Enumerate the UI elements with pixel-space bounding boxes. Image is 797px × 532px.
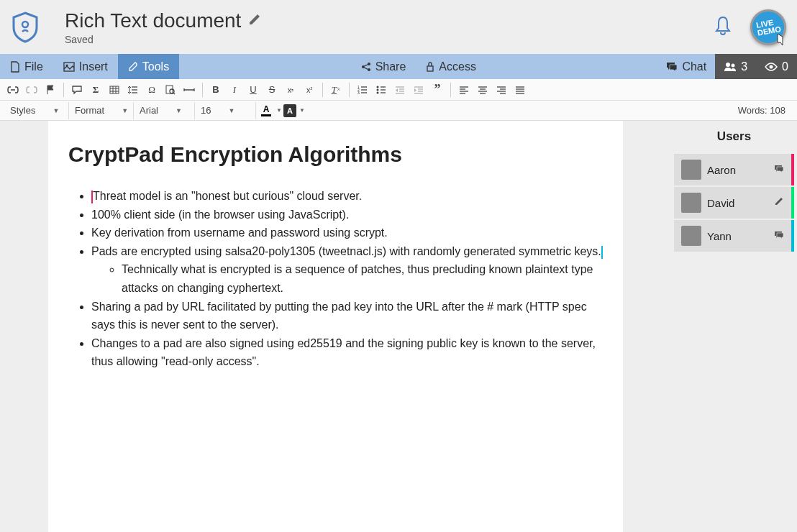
document-canvas[interactable]: CryptPad Encryption Algorithms Threat mo… [0,121,671,532]
pencil-icon[interactable] [248,13,261,29]
menu-access[interactable]: Access [416,54,486,79]
unlink-icon[interactable] [23,82,40,98]
list-item: Technically what is encrypted is a seque… [122,260,603,297]
user-row[interactable]: David [674,187,794,219]
menu-share[interactable]: Share [351,54,416,79]
svg-point-10 [732,63,735,67]
save-status: Saved [65,34,714,45]
style-toolbar: Styles▼ Format▼ Arial▼ 16▼ A ▼ A ▼ Words… [0,101,797,121]
indent-icon[interactable] [410,82,427,98]
list-item: Key derivation from username and passwor… [91,224,603,242]
notifications-icon[interactable] [714,15,732,40]
avatar [681,226,701,246]
format-select[interactable]: Format▼ [69,102,134,119]
menu-file-label: File [24,60,43,73]
menu-chat[interactable]: Chat [657,60,715,73]
svg-line-6 [364,64,368,66]
bullet-list: Threat model is an "honest but curious" … [68,187,603,371]
document-page[interactable]: CryptPad Encryption Algorithms Threat mo… [48,121,623,532]
align-left-icon[interactable] [455,82,473,98]
document-heading: CryptPad Encryption Algorithms [68,142,603,167]
users-panel: Users AaronDavidYann [671,121,797,532]
omega-icon[interactable]: Ω [143,82,160,98]
align-justify-icon[interactable] [511,82,529,98]
menu-access-label: Access [439,60,476,73]
document-title[interactable]: Rich Text document [65,9,241,32]
menu-file[interactable]: File [0,54,53,79]
clear-formatting-icon[interactable]: T× [327,82,345,98]
svg-line-7 [364,68,368,70]
svg-point-4 [368,63,370,65]
list-item: Threat model is an "honest but curious" … [91,187,603,206]
avatar [681,160,701,180]
styles-select[interactable]: Styles▼ [4,102,69,119]
bold-icon[interactable]: B [207,82,224,98]
user-row[interactable]: Aaron [674,154,794,185]
blockquote-icon[interactable]: ” [429,82,446,98]
underline-icon[interactable]: U [245,82,262,98]
align-center-icon[interactable] [474,82,491,98]
ordered-list-icon[interactable]: 123 [354,82,371,98]
user-name-label: David [707,197,768,209]
italic-icon[interactable]: I [226,82,243,98]
app-logo[interactable] [11,12,40,43]
menu-chat-label: Chat [682,60,706,73]
font-select[interactable]: Arial▼ [134,102,195,119]
menubar: File Insert Tools Share Access Chat 3 0 [0,54,797,79]
svg-point-9 [726,63,730,67]
svg-point-11 [770,65,773,68]
menu-insert[interactable]: Insert [53,54,118,79]
menu-share-label: Share [375,60,406,73]
pencil-icon [774,196,784,209]
user-avatar-badge[interactable]: LIVEDEMO [750,9,786,45]
header: Rich Text document Saved LIVEDEMO [0,0,797,54]
table-icon[interactable] [106,82,123,98]
formatting-toolbar: Σ Ω B I U S x₂ x² T× 123 ” [0,79,797,101]
find-icon[interactable] [162,82,179,98]
user-row[interactable]: Yann [674,220,794,252]
user-name-label: Aaron [707,164,768,176]
svg-line-22 [173,93,175,94]
menu-tools[interactable]: Tools [118,54,179,79]
svg-point-30 [377,86,379,88]
unordered-list-icon[interactable] [373,82,390,98]
svg-point-0 [22,22,28,27]
strikethrough-icon[interactable]: S [263,82,281,98]
outdent-icon[interactable] [391,82,409,98]
menu-tools-label: Tools [142,60,169,73]
viewers-count-value: 0 [782,60,788,73]
bg-color-button[interactable]: A [283,104,296,117]
cursor-marker [601,246,603,259]
comment-icon[interactable] [68,82,86,98]
users-panel-title: Users [671,121,797,152]
subscript-icon[interactable]: x₂ [282,82,299,98]
svg-rect-8 [427,66,433,71]
users-count[interactable]: 3 [715,54,756,79]
comment-icon [774,229,784,242]
svg-point-31 [377,88,379,91]
superscript-icon[interactable]: x² [301,82,318,98]
list-item: Pads are encrypted using salsa20-poly130… [91,242,603,298]
list-item: Sharing a pad by URL facilitated by putt… [91,298,603,334]
users-count-value: 3 [741,60,747,73]
svg-text:3: 3 [357,91,360,94]
list-item: 100% client side (in the browser using J… [91,206,603,224]
text-color-button[interactable]: A [258,103,275,119]
svg-point-32 [377,91,379,93]
viewers-count[interactable]: 0 [756,54,797,79]
align-right-icon[interactable] [493,82,510,98]
link-icon[interactable] [4,82,22,98]
line-spacing-icon[interactable] [124,82,142,98]
svg-point-5 [368,68,370,71]
comment-icon [774,163,784,176]
size-select[interactable]: 16▼ [195,102,256,119]
word-count: Words: 108 [738,105,793,116]
flag-icon[interactable] [42,82,59,98]
list-item: Changes to a pad are also signed using e… [91,334,603,371]
user-name-label: Yann [707,230,768,242]
sigma-icon[interactable]: Σ [87,82,104,98]
avatar [681,193,701,213]
svg-rect-12 [110,86,119,93]
horizontal-rule-icon[interactable] [181,82,198,98]
menu-insert-label: Insert [79,60,108,73]
